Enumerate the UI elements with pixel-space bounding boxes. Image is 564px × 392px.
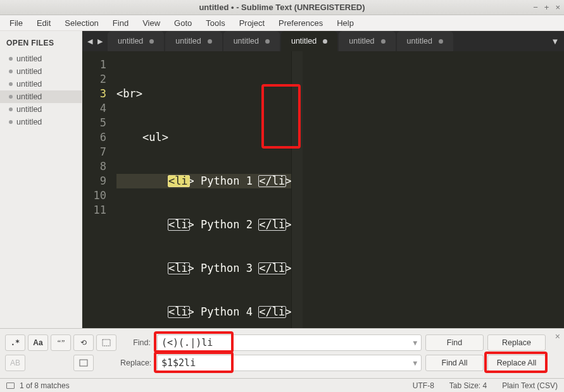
replace-button[interactable]: Replace	[487, 334, 546, 351]
find-label: Find:	[120, 338, 153, 347]
tab-scroll-right-icon[interactable]: ▶	[97, 37, 103, 46]
wrap-toggle[interactable]: ⟲	[73, 334, 94, 351]
tab[interactable]: untitled	[339, 31, 395, 51]
line-number: 2	[82, 72, 106, 87]
dirty-dot-icon	[9, 95, 13, 99]
line-gutter: 1 2 3 4 5 6 7 8 9 10 11	[82, 51, 113, 328]
tab[interactable]: untitled	[108, 31, 164, 51]
code-editor[interactable]: 1 2 3 4 5 6 7 8 9 10 11 <br> <ul> <li> P…	[82, 51, 564, 328]
dirty-dot-icon	[9, 82, 13, 86]
svg-rect-1	[80, 360, 87, 366]
find-all-button[interactable]: Find All	[425, 355, 484, 371]
open-file-item[interactable]: untitled	[0, 65, 82, 78]
replace-input-value: $1$2li	[161, 357, 196, 369]
regex-toggle[interactable]: .*	[5, 334, 25, 351]
replace-label: Replace:	[120, 358, 153, 367]
status-matches: 1 of 8 matches	[20, 381, 70, 390]
menu-tools[interactable]: Tools	[200, 16, 230, 30]
open-file-label: untitled	[16, 105, 42, 114]
preserve-case-toggle[interactable]: AB	[5, 355, 25, 371]
line-number: 4	[82, 101, 106, 116]
open-file-item[interactable]: untitled	[0, 103, 82, 116]
find-input-value: (<)(.|)li	[161, 337, 213, 348]
tab[interactable]: untitled	[281, 31, 337, 51]
dirty-dot-icon	[208, 39, 212, 44]
menu-project[interactable]: Project	[234, 16, 270, 30]
line-number: 6	[82, 130, 106, 145]
highlight-toggle[interactable]	[73, 355, 94, 371]
open-file-label: untitled	[16, 67, 42, 76]
tab-scroll-left-icon[interactable]: ◀	[87, 37, 92, 46]
tab-label: untitled	[118, 37, 143, 46]
dirty-dot-icon	[9, 57, 13, 61]
open-file-item[interactable]: untitled	[0, 116, 82, 128]
code-line: <li> Python 2 </li>	[116, 217, 291, 232]
line-number: 8	[82, 159, 106, 174]
dirty-dot-icon	[9, 107, 13, 111]
close-icon[interactable]: ×	[555, 3, 560, 12]
minimap[interactable]	[291, 51, 303, 328]
tab[interactable]: untitled	[223, 31, 280, 51]
open-file-item[interactable]: untitled	[0, 90, 82, 103]
replace-input[interactable]: $1$2li ▼	[157, 355, 422, 371]
dirty-dot-icon	[381, 39, 385, 44]
code-line: <li> Python 3 </li>	[116, 261, 291, 276]
title-bar: untitled • - Sublime Text (UNREGISTERED)…	[0, 0, 564, 15]
open-file-item[interactable]: untitled	[0, 52, 82, 65]
history-dropdown-icon[interactable]: ▼	[413, 359, 417, 367]
menu-selection[interactable]: Selection	[59, 16, 104, 30]
close-panel-icon[interactable]: ×	[555, 331, 560, 341]
line-number: 11	[82, 203, 106, 217]
dirty-dot-icon	[265, 39, 270, 44]
status-syntax[interactable]: Plain Text (CSV)	[502, 381, 558, 390]
line-number: 1	[82, 58, 106, 72]
menu-bar: File Edit Selection Find View Goto Tools…	[0, 15, 564, 31]
line-number: 3	[82, 87, 106, 101]
dirty-dot-icon	[9, 120, 13, 124]
menu-edit[interactable]: Edit	[31, 16, 56, 30]
maximize-icon[interactable]: +	[544, 3, 549, 12]
open-file-label: untitled	[16, 54, 42, 63]
tab[interactable]: untitled	[397, 31, 453, 51]
svg-rect-0	[103, 340, 110, 346]
dirty-dot-icon	[149, 39, 154, 44]
panel-switch-icon[interactable]	[6, 383, 15, 389]
line-number: 5	[82, 116, 106, 130]
whole-word-toggle[interactable]: “ ”	[51, 334, 71, 351]
line-number: 9	[82, 174, 106, 188]
tab-strip: ◀ ▶ untitled untitled untitled untitled …	[82, 31, 564, 51]
tab-label: untitled	[349, 37, 374, 46]
menu-view[interactable]: View	[137, 16, 166, 30]
line-number: 7	[82, 145, 106, 159]
open-file-label: untitled	[16, 80, 42, 89]
dirty-dot-icon	[439, 39, 443, 44]
menu-goto[interactable]: Goto	[168, 16, 197, 30]
tab-label: untitled	[234, 37, 259, 46]
history-dropdown-icon[interactable]: ▼	[413, 339, 417, 347]
status-encoding[interactable]: UTF-8	[413, 381, 434, 390]
find-input[interactable]: (<)(.|)li ▼	[157, 334, 422, 351]
case-sensitive-toggle[interactable]: Aa	[28, 334, 48, 351]
code-line: <li> Python 1 </li>	[116, 174, 291, 188]
minimize-icon[interactable]: −	[533, 3, 538, 12]
tab-label: untitled	[175, 37, 201, 46]
code-line: <li> Python 4 </li>	[116, 305, 291, 319]
tab-label: untitled	[407, 37, 432, 46]
find-button[interactable]: Find	[425, 334, 484, 351]
tab[interactable]: untitled	[165, 31, 222, 51]
sidebar-heading: OPEN FILES	[0, 36, 82, 52]
menu-find[interactable]: Find	[107, 16, 134, 30]
menu-help[interactable]: Help	[331, 16, 360, 30]
menu-file[interactable]: File	[4, 16, 28, 30]
open-file-item[interactable]: untitled	[0, 78, 82, 90]
sidebar: OPEN FILES untitled untitled untitled un…	[0, 31, 82, 328]
replace-all-button[interactable]: Replace All	[487, 355, 546, 371]
tab-overflow-icon[interactable]: ▼	[546, 31, 564, 51]
dirty-dot-icon	[323, 39, 327, 44]
open-file-label: untitled	[16, 118, 42, 126]
status-tabsize[interactable]: Tab Size: 4	[449, 381, 487, 390]
menu-preferences[interactable]: Preferences	[273, 16, 329, 30]
tab-label: untitled	[291, 37, 316, 46]
code-line: <ul>	[116, 130, 291, 145]
in-selection-toggle[interactable]	[96, 334, 116, 351]
